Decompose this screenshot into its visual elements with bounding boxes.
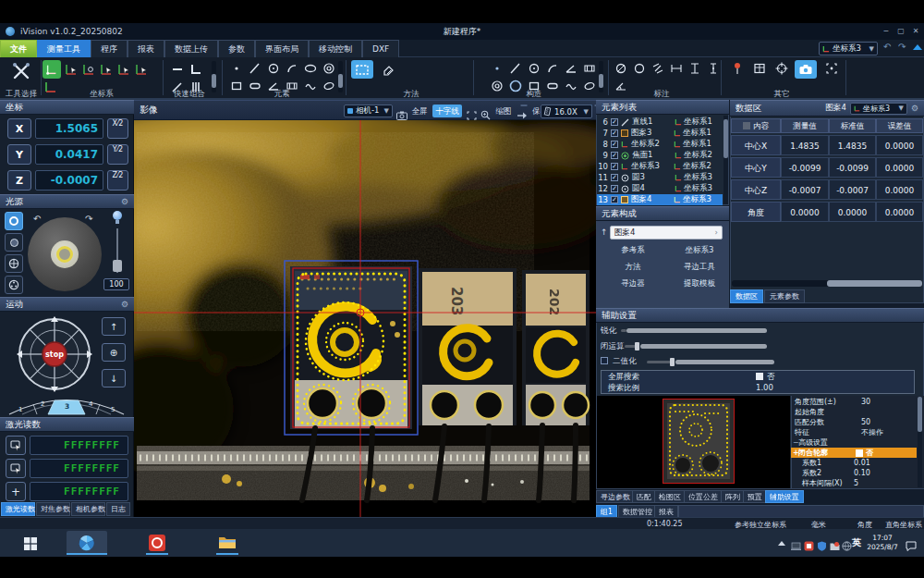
sharpen-fill[interactable] bbox=[626, 328, 767, 333]
quick-group-scrollbar[interactable] bbox=[212, 61, 216, 92]
thumbnail-button[interactable]: 缩图 bbox=[493, 105, 514, 117]
half-y-button[interactable]: Y⁄2 bbox=[107, 144, 128, 165]
construct-circle-icon[interactable] bbox=[527, 61, 541, 76]
element-row[interactable]: 9✓ 焦面1 坐标系2 bbox=[597, 150, 723, 161]
half-z-button[interactable]: Z⁄2 bbox=[107, 170, 128, 191]
coordinate-tool-icon-7[interactable] bbox=[43, 80, 55, 91]
element-row[interactable]: 7✓ 图案3 坐标系1 bbox=[597, 128, 723, 139]
data-coord-dropdown[interactable]: 坐标系3▼ bbox=[850, 103, 907, 115]
element-circle-icon[interactable] bbox=[266, 61, 281, 76]
menu-tab-file[interactable]: 文件 bbox=[0, 40, 37, 57]
checkbox-checked-icon[interactable]: ✓ bbox=[611, 141, 618, 148]
param-row[interactable]: 系数20.10 bbox=[791, 468, 917, 478]
tab-match[interactable]: 匹配 bbox=[632, 490, 656, 503]
minimize-button[interactable]: ─ bbox=[880, 23, 893, 40]
checkbox-checked-icon[interactable]: ✓ bbox=[611, 196, 618, 203]
close-button[interactable]: ✕ bbox=[909, 23, 922, 40]
light-mode-quad-button[interactable] bbox=[5, 254, 23, 273]
light-mode-coax-button[interactable] bbox=[5, 233, 23, 252]
construct-point-icon[interactable] bbox=[490, 61, 505, 76]
tray-shield-icon[interactable] bbox=[817, 537, 827, 547]
dim-diameter-icon[interactable] bbox=[614, 61, 628, 76]
tab-preset[interactable]: 预置 bbox=[743, 490, 767, 503]
laser-capture2-icon[interactable] bbox=[6, 459, 26, 478]
tray-clock[interactable]: 17:07 2025/8/7 bbox=[867, 534, 898, 552]
half-x-button[interactable]: X⁄2 bbox=[107, 118, 128, 139]
comp-ref-value[interactable]: 坐标系3 bbox=[673, 245, 726, 256]
tab-log[interactable]: 日志 bbox=[106, 502, 130, 516]
tab-element-params[interactable]: 元素参数 bbox=[764, 289, 805, 303]
tab-array[interactable]: 阵列 bbox=[721, 490, 745, 503]
construct-group-scrollbar[interactable] bbox=[599, 61, 603, 92]
menu-tab-layout[interactable]: 界面布局 bbox=[255, 40, 309, 57]
menu-tab-report[interactable]: 报表 bbox=[128, 40, 164, 57]
binarize-handle[interactable] bbox=[670, 358, 675, 366]
checkbox-checked-icon[interactable]: ✓ bbox=[611, 163, 618, 170]
expand-plus-icon[interactable]: + bbox=[791, 449, 798, 457]
param-row[interactable]: 特征不操作 bbox=[791, 427, 917, 437]
menu-tab-program[interactable]: 程序 bbox=[91, 40, 128, 57]
tray-action-center-icon[interactable] bbox=[906, 537, 917, 555]
element-rect-icon[interactable] bbox=[229, 79, 244, 93]
param-row[interactable]: 匹配分数50 bbox=[791, 417, 917, 427]
jog-down-button[interactable]: ↓ bbox=[102, 369, 126, 387]
checkbox-checked-icon[interactable]: ✓ bbox=[611, 118, 618, 126]
tray-red-app-icon[interactable] bbox=[804, 537, 814, 547]
fullscreen-search-checkbox[interactable] bbox=[756, 373, 763, 380]
tab-data-area[interactable]: 数据区 bbox=[730, 289, 763, 303]
light-intensity-knob[interactable] bbox=[28, 217, 102, 291]
axis-x-button[interactable]: X bbox=[7, 118, 31, 139]
focus-brackets-icon[interactable] bbox=[824, 61, 839, 76]
dim-caliper-icon[interactable] bbox=[650, 61, 665, 76]
params-scrollbar[interactable] bbox=[918, 397, 922, 487]
crosshair-button[interactable]: 十字线 bbox=[432, 105, 462, 117]
menu-tab-data-upload[interactable]: 数据上传 bbox=[164, 40, 218, 57]
jog-center-button[interactable]: ⊕ bbox=[102, 343, 126, 362]
tray-laptop-icon[interactable] bbox=[791, 537, 801, 547]
tab-data-control[interactable]: 数据管控 bbox=[618, 505, 657, 518]
coordinate-tool-icon-5[interactable] bbox=[116, 62, 131, 77]
tab-inspect-region[interactable]: 检图区 bbox=[654, 490, 686, 503]
motion-settings-gear-icon[interactable]: ⚙ bbox=[121, 300, 128, 309]
close-op-handle[interactable] bbox=[635, 342, 639, 350]
closed-contour-checkbox[interactable] bbox=[856, 449, 863, 457]
undo-icon[interactable]: ↶ bbox=[883, 42, 891, 52]
menu-tab-measure-tools[interactable]: 测量工具 bbox=[37, 40, 91, 57]
tray-network-icon[interactable] bbox=[842, 537, 852, 547]
construct-blob-icon[interactable] bbox=[582, 79, 597, 93]
rotate-cw-icon[interactable]: ↷ bbox=[85, 214, 92, 224]
motion-jog-wheel[interactable]: stop bbox=[15, 314, 94, 394]
element-arc-icon[interactable] bbox=[285, 61, 299, 76]
binarize-checkbox[interactable] bbox=[601, 357, 608, 364]
light-mode-multi-button[interactable] bbox=[5, 276, 23, 294]
tab-report[interactable]: 报表 bbox=[654, 505, 678, 518]
quick-line-icon[interactable] bbox=[170, 62, 185, 77]
element-row-selected[interactable]: 13✓ 图案4 坐标系3 bbox=[597, 194, 723, 205]
element-group-scrollbar[interactable] bbox=[338, 61, 343, 92]
laser-capture1-icon[interactable] bbox=[6, 436, 26, 455]
coordinate-tool-active-icon[interactable] bbox=[43, 60, 61, 79]
construct-curve-icon[interactable] bbox=[564, 79, 578, 93]
comp-finder-value[interactable]: 提取模板 bbox=[673, 278, 726, 289]
dim-radius-icon[interactable] bbox=[632, 61, 647, 76]
composition-up-icon[interactable]: ↑ bbox=[601, 228, 608, 237]
data-settings-gear-icon[interactable]: ⚙ bbox=[911, 104, 918, 113]
tab-edge-params[interactable]: 寻边参数 bbox=[596, 490, 635, 503]
menu-tab-dxf[interactable]: DXF bbox=[362, 40, 399, 57]
start-button[interactable] bbox=[24, 536, 37, 554]
construct-keyslot-icon[interactable] bbox=[582, 61, 597, 76]
element-blob-icon[interactable] bbox=[322, 79, 336, 93]
param-row-closed-contour[interactable]: + 闭合轮廓 否 bbox=[791, 448, 917, 458]
data-hscrollbar[interactable] bbox=[732, 280, 922, 287]
construct-ring-icon[interactable] bbox=[490, 79, 505, 93]
binarize-fill[interactable] bbox=[675, 360, 774, 364]
composition-element-input[interactable]: 图案4› bbox=[610, 226, 723, 240]
zoom-level-dropdown[interactable]: 16.0X ▼ bbox=[541, 105, 592, 118]
param-row[interactable]: 角度范围(±)30 bbox=[791, 397, 917, 407]
chip-1-selected[interactable] bbox=[285, 261, 418, 435]
checkbox-checked-icon[interactable]: ✓ bbox=[611, 185, 618, 192]
tab-focus-params[interactable]: 对焦参数 bbox=[36, 502, 70, 516]
laser-add-button[interactable]: + bbox=[6, 482, 26, 501]
close-op-fill[interactable] bbox=[640, 344, 767, 349]
collapse-minus-icon[interactable]: − bbox=[791, 438, 798, 447]
